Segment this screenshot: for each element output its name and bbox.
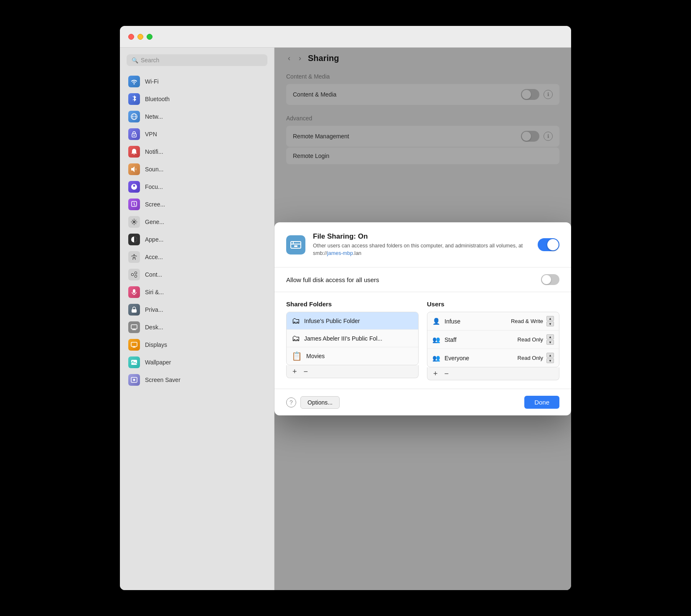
privacy-icon bbox=[128, 304, 140, 316]
sidebar-item-label-notifications: Notifi... bbox=[145, 148, 163, 155]
stepper-up-3[interactable]: ▲ bbox=[546, 353, 554, 358]
folder-label-3: Movies bbox=[306, 353, 325, 359]
sidebar-item-notifications[interactable]: Notifi... bbox=[120, 143, 274, 160]
options-button[interactable]: Options... bbox=[300, 396, 340, 409]
control-icon bbox=[128, 269, 140, 280]
sidebar-item-label-screen-time: Scree... bbox=[145, 201, 165, 208]
search-bar[interactable]: 🔍 Search bbox=[127, 54, 267, 66]
sidebar-item-appearance[interactable]: Appe... bbox=[120, 231, 274, 248]
svg-rect-12 bbox=[133, 289, 135, 293]
folder-item-3[interactable]: 📋 Movies bbox=[287, 347, 418, 365]
sidebar-item-label-network: Netw... bbox=[145, 113, 163, 120]
sidebar-item-label-wallpaper: Wallpaper bbox=[145, 359, 171, 366]
stepper-up-1[interactable]: ▲ bbox=[546, 316, 554, 321]
modal-footer: ? Options... Done bbox=[274, 389, 571, 415]
traffic-lights bbox=[128, 34, 152, 40]
stepper-down-3[interactable]: ▼ bbox=[546, 358, 554, 363]
user-permission-label-2: Read Only bbox=[518, 336, 543, 343]
sidebar-item-siri[interactable]: Siri &... bbox=[120, 283, 274, 301]
sharing-header: File Sharing: On Other users can access … bbox=[274, 222, 571, 267]
sidebar-item-control[interactable]: Cont... bbox=[120, 266, 274, 283]
folders-users-section: Shared Folders 🗂 Infuse's Public Folder … bbox=[274, 292, 571, 389]
folder-label-2: James Abeler III's Public Fol... bbox=[304, 335, 382, 342]
folder-item-2[interactable]: 🗂 James Abeler III's Public Fol... bbox=[287, 330, 418, 347]
stepper-down-2[interactable]: ▼ bbox=[546, 340, 554, 345]
svg-rect-26 bbox=[294, 245, 297, 247]
user-permission-2[interactable]: Read Only ▲ ▼ bbox=[518, 334, 554, 345]
sidebar-item-focus[interactable]: Focu... bbox=[120, 178, 274, 196]
bluetooth-icon bbox=[128, 93, 140, 105]
user-icon-2: 👥 bbox=[432, 336, 440, 344]
svg-point-10 bbox=[135, 272, 137, 274]
user-stepper-1[interactable]: ▲ ▼ bbox=[546, 316, 554, 326]
user-permission-3[interactable]: Read Only ▲ ▼ bbox=[518, 353, 554, 363]
folder-item-1[interactable]: 🗂 Infuse's Public Folder bbox=[287, 312, 418, 330]
sidebar-item-label-sound: Soun... bbox=[145, 166, 163, 173]
user-row-1[interactable]: 👤 Infuse Read & Write ▲ ▼ bbox=[427, 312, 559, 331]
sidebar-item-screen-time[interactable]: Scree... bbox=[120, 196, 274, 213]
svg-point-22 bbox=[133, 379, 135, 381]
sidebar-item-desktop[interactable]: Desk... bbox=[120, 318, 274, 336]
svg-point-9 bbox=[132, 274, 134, 276]
shared-folders-list: 🗂 Infuse's Public Folder 🗂 James Abeler … bbox=[286, 312, 419, 365]
appearance-icon bbox=[128, 234, 140, 245]
sidebar-item-vpn[interactable]: VPN bbox=[120, 125, 274, 143]
folder-icon-1: 🗂 bbox=[292, 316, 300, 326]
folder-toolbar: + − bbox=[286, 365, 419, 378]
mac-window: 🔍 Search Wi-Fi Bluetooth Netw... bbox=[120, 26, 571, 590]
sidebar-item-label-privacy: Priva... bbox=[145, 306, 163, 313]
minimize-button[interactable] bbox=[137, 34, 143, 40]
sidebar-item-wallpaper[interactable]: Wallpaper bbox=[120, 354, 274, 371]
user-row-2[interactable]: 👥 Staff Read Only ▲ ▼ bbox=[427, 331, 559, 349]
sharing-desc: Other users can access shared folders on… bbox=[313, 242, 530, 257]
user-permission-1[interactable]: Read & Write ▲ ▼ bbox=[511, 316, 554, 326]
help-button[interactable]: ? bbox=[286, 397, 296, 407]
sharing-desc-after: .lan bbox=[353, 250, 361, 256]
sidebar-item-label-focus: Focu... bbox=[145, 183, 163, 190]
maximize-button[interactable] bbox=[147, 34, 152, 40]
stepper-down-1[interactable]: ▼ bbox=[546, 321, 554, 326]
sidebar-item-label-wifi: Wi-Fi bbox=[145, 78, 159, 85]
sharing-desc-link[interactable]: james-mbp bbox=[327, 250, 353, 256]
svg-point-8 bbox=[134, 254, 135, 255]
sidebar-item-label-appearance: Appe... bbox=[145, 236, 163, 243]
file-sharing-modal: File Sharing: On Other users can access … bbox=[274, 222, 571, 415]
users-header: Users bbox=[427, 300, 559, 308]
folder-icon-3: 📋 bbox=[292, 351, 302, 361]
siri-icon bbox=[128, 286, 140, 298]
sidebar-item-network[interactable]: Netw... bbox=[120, 108, 274, 125]
user-permission-label-3: Read Only bbox=[518, 355, 543, 361]
sidebar-item-label-control: Cont... bbox=[145, 271, 162, 278]
folder-panel: Shared Folders 🗂 Infuse's Public Folder … bbox=[286, 300, 419, 380]
search-input[interactable]: Search bbox=[141, 57, 159, 64]
sidebar-item-accessibility[interactable]: Acce... bbox=[120, 248, 274, 266]
search-icon: 🔍 bbox=[132, 57, 138, 64]
screensaver-icon bbox=[128, 374, 140, 386]
sidebar-item-sound[interactable]: Soun... bbox=[120, 160, 274, 178]
add-user-button[interactable]: + bbox=[432, 370, 439, 377]
user-icon-3: 👥 bbox=[432, 354, 440, 362]
disk-access-toggle[interactable] bbox=[541, 274, 559, 285]
sidebar-item-label-vpn: VPN bbox=[145, 131, 157, 137]
user-row-3[interactable]: 👥 Everyone Read Only ▲ ▼ bbox=[427, 349, 559, 367]
sidebar-item-displays[interactable]: Displays bbox=[120, 336, 274, 354]
sidebar-item-bluetooth[interactable]: Bluetooth bbox=[120, 90, 274, 108]
done-button[interactable]: Done bbox=[524, 396, 559, 409]
stepper-up-2[interactable]: ▲ bbox=[546, 334, 554, 339]
sidebar-item-screen-saver[interactable]: Screen Saver bbox=[120, 371, 274, 389]
sidebar-item-wifi[interactable]: Wi-Fi bbox=[120, 73, 274, 90]
add-folder-button[interactable]: + bbox=[291, 368, 299, 375]
sidebar-item-privacy[interactable]: Priva... bbox=[120, 301, 274, 318]
svg-rect-18 bbox=[131, 342, 137, 346]
close-button[interactable] bbox=[128, 34, 134, 40]
user-stepper-3[interactable]: ▲ ▼ bbox=[546, 353, 554, 363]
svg-point-11 bbox=[135, 275, 137, 277]
remove-user-button[interactable]: − bbox=[443, 370, 451, 377]
user-stepper-2[interactable]: ▲ ▼ bbox=[546, 334, 554, 345]
svg-rect-15 bbox=[131, 325, 137, 329]
remove-folder-button[interactable]: − bbox=[302, 368, 310, 375]
notifications-icon bbox=[128, 146, 140, 158]
sidebar-item-general[interactable]: Gene... bbox=[120, 213, 274, 231]
file-sharing-toggle[interactable] bbox=[538, 238, 559, 251]
sidebar-item-label-displays: Displays bbox=[145, 341, 167, 348]
